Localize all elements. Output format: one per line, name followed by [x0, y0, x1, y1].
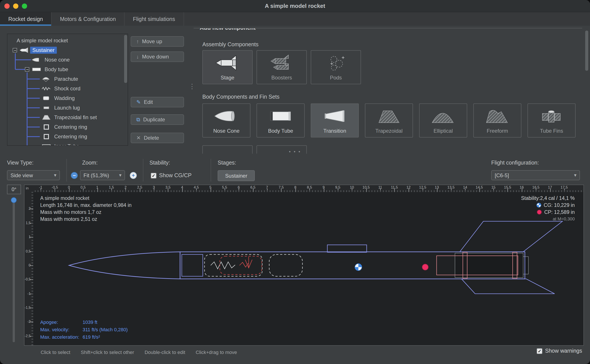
elliptical-fin-icon: [430, 106, 457, 126]
statusbar-hints: Click to select Shift+click to select ot…: [41, 350, 237, 355]
show-warnings-checkbox-row[interactable]: ✓ Show warnings: [537, 348, 582, 354]
acceleration-label: Max. acceleration:: [40, 333, 83, 341]
velocity-label: Max. velocity:: [40, 326, 83, 333]
rotation-slider-thumb[interactable]: [11, 197, 17, 203]
tab-rocket-design[interactable]: Rocket design: [0, 12, 52, 26]
stage-toggle-sustainer[interactable]: Sustainer: [218, 170, 255, 181]
component-tree-panel: A simple model rocket Sustainer Nose con…: [7, 34, 128, 146]
tree-item-nose-cone[interactable]: Nose cone: [7, 55, 127, 65]
flight-configuration-dropdown[interactable]: [C6-5] ▾: [491, 170, 580, 180]
window-controls: [4, 4, 27, 9]
tree-item-centering-ring-2[interactable]: Centering ring: [7, 132, 127, 141]
nose-cone-icon: [213, 106, 240, 126]
collapse-handle-icon[interactable]: [25, 67, 29, 72]
add-nose-cone-button[interactable]: Nose Cone: [202, 104, 250, 137]
show-cg-cp-checkbox-row[interactable]: ✓ Show CG/CP: [151, 172, 192, 178]
apogee-value: 1039 ft: [83, 318, 97, 326]
boosters-icon: [268, 53, 295, 72]
tree-item-launch-lug[interactable]: Launch lug: [7, 103, 127, 113]
tree-item-centering-ring-1[interactable]: Centering ring: [7, 122, 127, 132]
zoom-label: Zoom:: [82, 160, 98, 166]
flight-configuration-label: Flight configuration:: [491, 160, 539, 166]
tree-item-body-tube[interactable]: Body tube: [7, 65, 127, 74]
simulation-results: Apogee:1039 ft Max. velocity:311 ft/s (M…: [40, 318, 127, 341]
move-down-button[interactable]: ↓ Move down: [131, 52, 184, 62]
nose-shoulder-outline: [182, 254, 203, 276]
view-type-dropdown[interactable]: Side view ▾: [7, 170, 60, 180]
add-tube-fins-button[interactable]: Tube Fins: [528, 104, 576, 137]
move-up-button[interactable]: ↑ Move up: [131, 36, 184, 47]
acceleration-value: 619 ft/s²: [83, 333, 100, 341]
launch-lug-outline: [327, 245, 367, 252]
add-freeform-fin-button[interactable]: Freeform: [473, 104, 521, 137]
down-arrow-icon: ↓: [136, 54, 139, 59]
window-title: A simple model rocket: [265, 3, 325, 9]
tree-scrollbar-thumb[interactable]: [124, 35, 127, 83]
toolbar-separator: [211, 159, 211, 182]
lower-fin-outline: [462, 279, 555, 294]
centering-ring-icon: [41, 134, 52, 140]
add-panel-scrollbar-thumb[interactable]: [585, 31, 588, 71]
collapse-handle-icon[interactable]: [13, 48, 17, 52]
add-boosters-button[interactable]: Boosters: [256, 50, 307, 84]
hint: Double-click to edit: [145, 350, 185, 355]
chevron-down-icon: ▾: [574, 172, 577, 178]
tree-rows: A simple model rocket Sustainer Nose con…: [7, 34, 127, 145]
body-tube-icon: [31, 66, 42, 72]
cp-text: CP: 12,589 in: [544, 209, 575, 216]
stability-legend: Stability:2,4 cal / 14,1 % CG: 10,229 in…: [521, 195, 575, 223]
add-transition-button[interactable]: Transition: [311, 104, 359, 137]
stability-label: Stability:: [149, 160, 170, 166]
tree-item-root[interactable]: A simple model rocket: [7, 36, 127, 46]
hint: Click+drag to move: [196, 350, 237, 355]
pods-icon: [322, 53, 349, 72]
checkbox-checked-icon[interactable]: ✓: [537, 348, 542, 354]
zoom-button[interactable]: [22, 4, 27, 9]
tab-motors-configuration[interactable]: Motors & Configuration: [52, 12, 125, 26]
add-component-title: Add new component: [197, 28, 258, 31]
close-button[interactable]: [4, 4, 10, 9]
add-body-tube-button[interactable]: Body Tube: [256, 104, 305, 137]
tree-item-parachute[interactable]: Parachute: [7, 74, 127, 84]
tube-fins-icon: [538, 106, 565, 126]
rotation-slider-track[interactable]: [13, 198, 15, 342]
delete-button[interactable]: ✕ Delete: [131, 133, 184, 143]
nose-cone-icon: [31, 57, 42, 63]
hint: Shift+click to select other: [81, 350, 134, 355]
titlebar: A simple model rocket: [0, 0, 590, 12]
tree-item-trapezoidal-fin-set[interactable]: Trapezoidal fin set: [7, 113, 127, 122]
toolbar-separator: [143, 159, 143, 182]
minimize-button[interactable]: [13, 4, 18, 9]
openrocket-window: A simple model rocket Rocket design Moto…: [0, 0, 590, 364]
stage-icon: [214, 53, 241, 72]
add-component-button-partial[interactable]: [202, 145, 253, 154]
transition-icon: [321, 106, 348, 126]
add-pods-button[interactable]: Pods: [311, 50, 361, 84]
add-panel-scrollbar: [585, 29, 588, 153]
add-component-panel: Add new component Assembly Components St…: [194, 28, 582, 154]
rocket-view-canvas[interactable]: -1-0,500,511,522,533,544,555,566,577,588…: [24, 185, 584, 346]
velocity-value: 311 ft/s (Mach 0,280): [83, 326, 127, 333]
rocket-icon: [19, 47, 30, 53]
view-type-label: View Type:: [7, 160, 34, 166]
horizontal-splitter-handle[interactable]: • • •: [286, 149, 304, 154]
chevron-down-icon: ▾: [54, 172, 56, 178]
duplicate-button[interactable]: ⧉ Duplicate: [131, 114, 184, 125]
trapezoidal-fin-icon: [375, 106, 402, 126]
stability-text: Stability:2,4 cal / 14,1 %: [521, 195, 575, 202]
zoom-in-button[interactable]: +: [130, 172, 137, 179]
zoom-dropdown[interactable]: Fit (51,3%) ▾: [80, 170, 125, 180]
add-trapezoidal-fin-button[interactable]: Trapezoidal: [365, 104, 413, 137]
rotation-angle-indicator: 0°: [7, 185, 21, 194]
tree-item-sustainer[interactable]: Sustainer: [7, 46, 127, 55]
zoom-out-button[interactable]: −: [71, 172, 78, 179]
checkbox-checked-icon[interactable]: ✓: [151, 173, 156, 178]
tree-item-wadding[interactable]: Wadding: [7, 93, 127, 103]
add-elliptical-fin-button[interactable]: Elliptical: [419, 104, 467, 137]
tab-flight-simulations[interactable]: Flight simulations: [125, 12, 184, 26]
tree-item-inner-tube[interactable]: Inner Tube: [7, 141, 127, 146]
tree-item-shock-cord[interactable]: Shock cord: [7, 84, 127, 93]
add-stage-button[interactable]: Stage: [202, 50, 253, 84]
edit-button[interactable]: ✎ Edit: [131, 97, 184, 107]
wadding-outline: [269, 254, 302, 276]
